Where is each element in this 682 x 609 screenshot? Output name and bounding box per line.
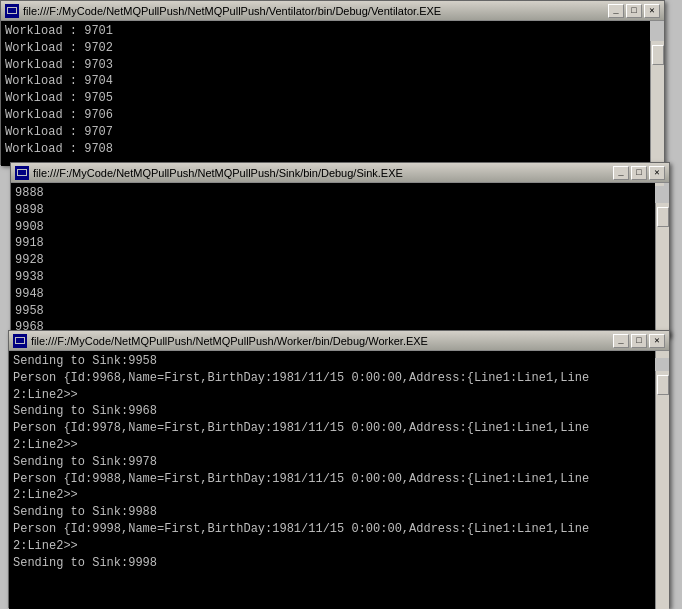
- sink-title-bar[interactable]: file:///F:/MyCode/NetMQPullPush/NetMQPul…: [11, 163, 669, 183]
- ventilator-title-bar[interactable]: file:///F:/MyCode/NetMQPullPush/NetMQPul…: [1, 1, 664, 21]
- worker-close-button[interactable]: ✕: [649, 334, 665, 348]
- svg-rect-5: [18, 170, 26, 175]
- sink-window-icon: [15, 166, 29, 180]
- sink-maximize-button[interactable]: □: [631, 166, 647, 180]
- ventilator-scrollbar-thumb[interactable]: [652, 45, 664, 65]
- sink-console: 9888 9898 9908 9918 9928 9938 9948 9958 …: [11, 183, 655, 338]
- ventilator-console: Workload : 9701 Workload : 9702 Workload…: [1, 21, 650, 166]
- sink-window-controls[interactable]: _ □ ✕: [613, 166, 665, 180]
- ventilator-minimize-button[interactable]: _: [608, 4, 624, 18]
- ventilator-window-controls[interactable]: _ □ ✕: [608, 4, 660, 18]
- sink-window: file:///F:/MyCode/NetMQPullPush/NetMQPul…: [10, 162, 670, 337]
- worker-scrollbar[interactable]: [655, 371, 669, 609]
- worker-title: file:///F:/MyCode/NetMQPullPush/NetMQPul…: [31, 335, 609, 347]
- svg-rect-2: [8, 8, 16, 13]
- ventilator-close-button[interactable]: ✕: [644, 4, 660, 18]
- worker-title-bar[interactable]: file:///F:/MyCode/NetMQPullPush/NetMQPul…: [9, 331, 669, 351]
- sink-close-button[interactable]: ✕: [649, 166, 665, 180]
- svg-rect-8: [16, 338, 24, 343]
- worker-maximize-button[interactable]: □: [631, 334, 647, 348]
- sink-title: file:///F:/MyCode/NetMQPullPush/NetMQPul…: [33, 167, 609, 179]
- worker-scrollbar-thumb[interactable]: [657, 375, 669, 395]
- worker-console: Sending to Sink:9958 Person {Id:9968,Nam…: [9, 351, 655, 609]
- sink-minimize-button[interactable]: _: [613, 166, 629, 180]
- sink-scrollbar-thumb[interactable]: [657, 207, 669, 227]
- ventilator-window-icon: [5, 4, 19, 18]
- worker-minimize-button[interactable]: _: [613, 334, 629, 348]
- ventilator-maximize-button[interactable]: □: [626, 4, 642, 18]
- worker-window-controls[interactable]: _ □ ✕: [613, 334, 665, 348]
- worker-window: file:///F:/MyCode/NetMQPullPush/NetMQPul…: [8, 330, 670, 608]
- ventilator-window: file:///F:/MyCode/NetMQPullPush/NetMQPul…: [0, 0, 665, 165]
- ventilator-title: file:///F:/MyCode/NetMQPullPush/NetMQPul…: [23, 5, 604, 17]
- worker-window-icon: [13, 334, 27, 348]
